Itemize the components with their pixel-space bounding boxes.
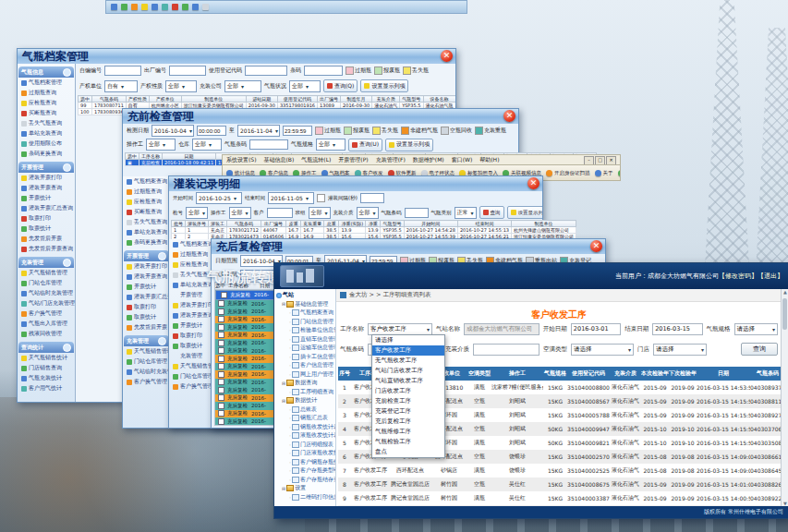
date-from-select[interactable]: 2016-10-04	[152, 125, 194, 137]
sidebar-item[interactable]: 丢失气瓶查询	[169, 270, 212, 280]
close-icon[interactable]: ✕	[503, 110, 515, 122]
toolbar-button[interactable]: 开启身份证扫描	[546, 170, 590, 176]
sidebar-item[interactable]: 买断瓶查询	[18, 108, 75, 118]
maximize-icon[interactable]: □	[595, 156, 605, 165]
sidebar-item[interactable]: 客户用气统计	[18, 383, 75, 393]
tree-node[interactable]: 基础信息管理	[274, 300, 335, 309]
menu-item[interactable]: 帮助(H)	[479, 156, 499, 164]
sidebar-item[interactable]: 客户换气管理	[18, 308, 75, 319]
sidebar-item[interactable]: 残液回收管理	[18, 329, 75, 339]
query-button[interactable]: 查询(Q)	[323, 79, 358, 92]
column-header[interactable]: 气瓶型号	[381, 221, 404, 227]
sidebar-item[interactable]: 气站临时充装管理	[123, 367, 170, 377]
sidebar-item[interactable]: 应检瓶查询	[169, 260, 212, 270]
tree-node[interactable]: 运输车信息管理	[274, 344, 335, 353]
toolbar-icon[interactable]	[182, 4, 188, 10]
owner-type-select[interactable]: 全部	[165, 80, 197, 92]
dropdown-option[interactable]: 气瓶维修工序	[372, 427, 444, 437]
medium-select[interactable]: 全部	[357, 207, 379, 219]
menu-item[interactable]: 气瓶流转(L)	[301, 156, 331, 164]
legend-item[interactable]: 空瓶回收	[441, 127, 472, 135]
operator-select[interactable]: 全部	[229, 207, 251, 219]
menu-item[interactable]: 系统设置(S)	[226, 156, 257, 164]
column-header[interactable]: 序号	[338, 367, 351, 381]
sidebar-item[interactable]: 先发货后开票	[18, 234, 75, 244]
dropdown-option[interactable]: 气站门店收发工序	[372, 366, 444, 376]
column-header[interactable]: 气瓶条码	[750, 367, 782, 381]
legend-item[interactable]: 非建档气瓶	[401, 127, 438, 135]
reg-code-input[interactable]	[245, 66, 287, 76]
column-header[interactable]: 日期	[163, 153, 216, 160]
toolbar-icon[interactable]	[172, 4, 178, 10]
legend-item[interactable]: 充装重瓶	[475, 127, 506, 135]
sidebar-item[interactable]: 先发货后开票	[123, 322, 170, 332]
column-header[interactable]: 灌装序号	[186, 221, 209, 227]
sidebar-section-header[interactable]: 开票管理	[18, 162, 74, 173]
store-select[interactable]: 请选择	[653, 344, 707, 356]
sidebar-item[interactable]: 灌装开票查询	[123, 272, 170, 282]
row-checkbox[interactable]	[218, 332, 224, 338]
tree-node[interactable]: 门站信息管理	[274, 318, 335, 327]
column-header[interactable]: 总重	[324, 221, 339, 227]
tree-node[interactable]: 插卡工信息管理	[274, 353, 335, 362]
row-checkbox[interactable]	[218, 379, 224, 385]
scroll-up-icon[interactable]: ▲	[782, 289, 788, 295]
barcode-input[interactable]	[249, 139, 288, 150]
close-icon[interactable]: ✕	[606, 156, 616, 165]
column-header[interactable]: 结束时间	[457, 221, 511, 227]
column-header[interactable]: 制造年月	[341, 96, 372, 103]
dropdown-option[interactable]: 充前检查工序	[372, 396, 444, 406]
column-header[interactable]: 充装介质	[610, 367, 641, 381]
row-checkbox[interactable]	[218, 356, 224, 362]
sidebar-item[interactable]: 使用期限公布	[18, 139, 75, 149]
table-row[interactable]: 8客户收发工序腾记食堂园总店树竹园空瓶吴仕红15KG351040008675液化…	[338, 478, 782, 491]
column-header[interactable]: 出厂编号	[261, 221, 285, 227]
sidebar-item[interactable]: 灌装开票汇总查询	[123, 292, 170, 302]
dropdown-option[interactable]: 门店收发工序	[372, 386, 444, 396]
toolbar-icon[interactable]	[192, 4, 199, 10]
close-icon[interactable]: ✕	[441, 50, 453, 62]
barcode-input[interactable]	[304, 66, 343, 76]
sidebar-section-header[interactable]: 查询统计	[18, 342, 74, 353]
row-checkbox[interactable]	[218, 324, 224, 331]
sidebar-item[interactable]: 开票管理	[169, 290, 212, 300]
row-checkbox[interactable]	[218, 410, 224, 417]
dropdown-option[interactable]: 充装登记工序	[372, 406, 444, 417]
toolbar-icon[interactable]	[202, 4, 209, 10]
sidebar-item[interactable]: 灌装开票打印	[169, 300, 212, 310]
sidebar-item[interactable]: 开票统计	[18, 193, 75, 203]
collapse-icon[interactable]	[63, 259, 71, 267]
row-checkbox[interactable]	[218, 418, 224, 425]
query-button[interactable]: 查询	[479, 206, 504, 219]
menu-item[interactable]: 基础信息(B)	[264, 156, 295, 164]
row-checkbox[interactable]	[218, 371, 224, 378]
column-header[interactable]: 净重	[366, 221, 381, 227]
column-header[interactable]: 制造单位	[512, 221, 576, 227]
collapse-icon[interactable]	[63, 344, 71, 352]
tree-node[interactable]: 网上用户管理	[274, 370, 335, 380]
tree-node[interactable]: 钢瓶收发统计表	[274, 423, 335, 432]
sidebar-item[interactable]: 灌装开票打印	[123, 261, 170, 272]
tree-node[interactable]: 数据统计	[274, 396, 335, 405]
column-header[interactable]: 空满类型	[467, 367, 491, 381]
set-columns-button[interactable]: 设置显示列项	[507, 206, 542, 219]
dropdown-option[interactable]: 气瓶检验工序	[372, 437, 444, 447]
sidebar-item[interactable]: 取票统计	[18, 224, 75, 234]
toolbar-icon[interactable]	[111, 4, 117, 10]
sidebar-item[interactable]: 先发货后开票查询	[18, 244, 75, 254]
table-row[interactable]: 11充高正17830217124406716.716.738.513.913.9…	[172, 227, 576, 234]
tree-node[interactable]: 客户存瓶类型明细表	[274, 466, 335, 476]
tree-node[interactable]: 数据查询	[274, 379, 335, 388]
sidebar-item[interactable]: 门店销售查询	[18, 363, 75, 373]
toolbar-icon[interactable]	[141, 4, 148, 10]
sidebar-item[interactable]: 气瓶档案查询	[169, 239, 212, 249]
logout-link[interactable]: 【退出】	[758, 272, 783, 280]
tree-node[interactable]: 气瓶档案查询	[274, 308, 335, 318]
start-time-select[interactable]: 2016-10-25	[196, 192, 242, 204]
row-checkbox[interactable]	[218, 403, 224, 409]
tree-node[interactable]: 钢瓶汇总表	[274, 414, 335, 423]
sidebar-item[interactable]: 过期瓶查询	[169, 249, 212, 260]
sidebar-item[interactable]: 过期瓶查询	[123, 187, 170, 197]
barcode-input[interactable]	[405, 208, 429, 218]
self-code-input[interactable]	[104, 66, 141, 76]
